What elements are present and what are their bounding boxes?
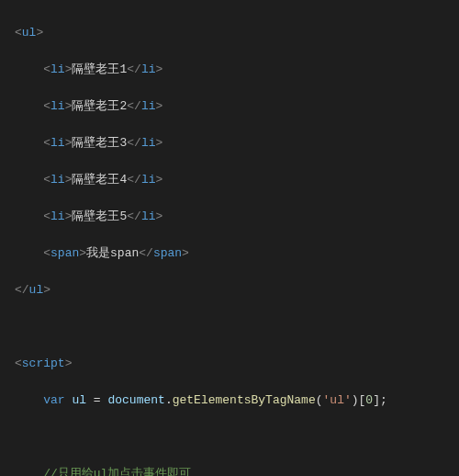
code-line: <li>隔壁老王5</li>	[15, 208, 444, 226]
code-line	[15, 428, 444, 447]
code-line: <li>隔壁老王4</li>	[15, 171, 444, 189]
code-line: //只用给ul加点击事件即可	[15, 465, 444, 476]
code-line: <li>隔壁老王3</li>	[15, 134, 444, 153]
code-line: <span>我是span</span>	[15, 244, 444, 263]
code-line: <ul>	[15, 24, 444, 42]
code-line: <li>隔壁老王2</li>	[15, 97, 444, 116]
code-line	[15, 318, 444, 336]
code-line: <li>隔壁老王1</li>	[15, 61, 444, 79]
code-line: <script>	[15, 355, 444, 373]
code-line: </ul>	[15, 281, 444, 300]
code-editor[interactable]: <ul> <li>隔壁老王1</li> <li>隔壁老王2</li> <li>隔…	[0, 0, 459, 476]
code-line: var ul = document.getElementsByTagName('…	[15, 391, 444, 410]
